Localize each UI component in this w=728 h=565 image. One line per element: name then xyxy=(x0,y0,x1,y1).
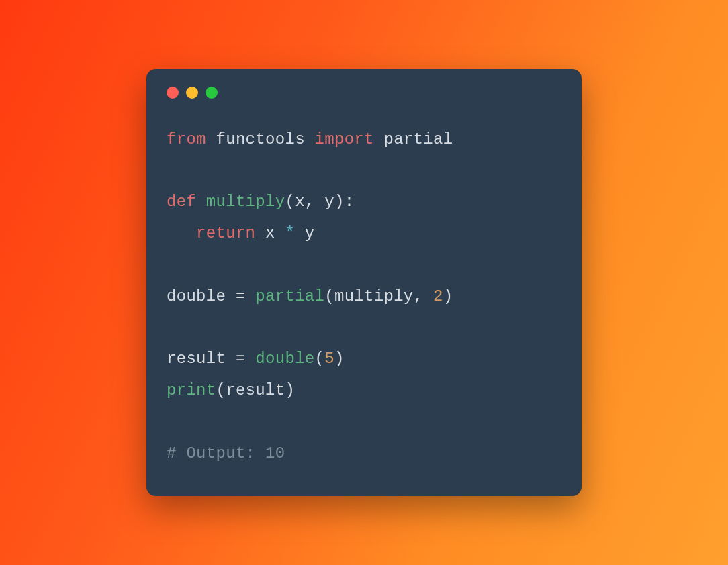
args-close: ) xyxy=(334,350,345,368)
keyword-def: def xyxy=(167,193,196,211)
comment-output: # Output: 10 xyxy=(167,444,285,462)
code-window: from functools import partial def multip… xyxy=(146,69,582,497)
close-icon[interactable] xyxy=(167,87,179,99)
keyword-return: return xyxy=(196,224,255,242)
assign-result: result = xyxy=(167,350,255,368)
minimize-icon[interactable] xyxy=(186,87,198,99)
space xyxy=(196,193,206,211)
operator-multiply: * xyxy=(285,224,295,242)
print-args: (result) xyxy=(216,381,295,399)
assign-double: double = xyxy=(167,287,255,305)
expr-right: y xyxy=(295,224,314,242)
module-name: functools xyxy=(206,130,315,148)
call-double: double xyxy=(255,350,314,368)
call-print: print xyxy=(167,381,216,399)
call-partial: partial xyxy=(255,287,324,305)
args-open: (multiply, xyxy=(324,287,433,305)
code-block: from functools import partial def multip… xyxy=(167,124,561,470)
keyword-from: from xyxy=(167,130,206,148)
number-literal-2: 2 xyxy=(433,287,443,305)
number-literal-5: 5 xyxy=(324,350,334,368)
imported-symbol: partial xyxy=(374,130,453,148)
traffic-lights xyxy=(167,87,561,99)
function-name-multiply: multiply xyxy=(206,193,285,211)
indent xyxy=(167,224,196,242)
keyword-import: import xyxy=(315,130,374,148)
function-params: (x, y): xyxy=(285,193,354,211)
args-close: ) xyxy=(443,287,453,305)
expr-left: x xyxy=(255,224,285,242)
maximize-icon[interactable] xyxy=(206,87,218,99)
args-open: ( xyxy=(315,350,325,368)
